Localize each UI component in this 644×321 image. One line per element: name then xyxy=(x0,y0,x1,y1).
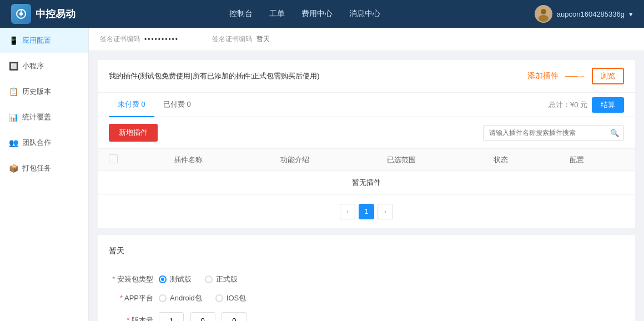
nav-billing[interactable]: 费用中心 xyxy=(301,9,333,19)
sidebar-label-history: 历史版本 xyxy=(22,87,51,97)
top-info-bar: 签名证书编码 •••••••••• 签名证书编码 暂天 xyxy=(89,28,644,51)
total-amount: 总计：¥0 元 xyxy=(549,100,587,110)
pagination: ‹ 1 › xyxy=(98,195,635,228)
col-intro: 功能介绍 xyxy=(269,149,376,171)
form-title: 暂天 xyxy=(109,246,624,263)
avatar xyxy=(535,5,552,23)
radio-ios-circle xyxy=(215,294,223,302)
radio-android-label: Android包 xyxy=(170,293,202,303)
svg-point-3 xyxy=(541,9,546,14)
search-input[interactable] xyxy=(484,126,606,140)
history-icon: 📋 xyxy=(9,87,18,96)
cert-code-2: 签名证书编码 暂天 xyxy=(212,34,270,44)
sidebar-item-mini-program[interactable]: 🔲 小程序 xyxy=(0,53,88,79)
table-toolbar: 新增插件 🔍 xyxy=(98,117,635,148)
logo-text: 中控易动 xyxy=(36,7,76,21)
platform-options: Android包 IOS包 xyxy=(159,293,246,303)
sidebar-label-mini-program: 小程序 xyxy=(22,61,44,71)
browse-button[interactable]: 浏览 xyxy=(592,68,624,84)
version-patch[interactable] xyxy=(222,312,246,321)
sidebar-item-pack[interactable]: 📦 打包任务 xyxy=(0,156,88,181)
tabs-right: 总计：¥0 元 结算 xyxy=(549,97,624,113)
radio-ios[interactable]: IOS包 xyxy=(215,293,246,303)
search-icon[interactable]: 🔍 xyxy=(606,126,623,141)
version-row: 版本号 . . xyxy=(109,312,624,321)
username: aupcon1604285336g xyxy=(557,10,625,18)
plugin-table: 插件名称 功能介绍 已选范围 状态 配置 暂无插件 xyxy=(98,148,635,195)
logo-icon xyxy=(11,4,31,24)
env-type-label: 安装包类型 xyxy=(109,274,159,284)
radio-test-label: 测试版 xyxy=(170,274,192,284)
add-plugin-button[interactable]: 新增插件 xyxy=(109,124,158,142)
col-name: 插件名称 xyxy=(163,149,269,171)
sidebar-label-statistics: 统计覆盖 xyxy=(22,112,51,122)
plugin-description: 我的插件(测试包免费使用|所有已添加的插件;正式包需购买后使用) xyxy=(109,71,320,81)
tab-unpaid[interactable]: 未付费 0 xyxy=(109,93,154,117)
content-area: 我的插件(测试包免费使用|所有已添加的插件;正式包需购买后使用) 添加插件 浏览… xyxy=(89,51,644,321)
cert-value-1: •••••••••• xyxy=(144,36,179,43)
app-config-icon: 📱 xyxy=(9,36,18,45)
radio-android-circle xyxy=(159,294,167,302)
cert-code-1: 签名证书编码 •••••••••• xyxy=(100,34,179,44)
cert-label-1: 签名证书编码 xyxy=(100,34,140,44)
radio-release-label: 正式版 xyxy=(216,274,238,284)
settle-button[interactable]: 结算 xyxy=(592,97,624,113)
sidebar: 📱 应用配置 🔲 小程序 📋 历史版本 📊 统计覆盖 👥 团队合作 📦 打包任务 xyxy=(0,28,89,321)
add-plugin-label: 添加插件 xyxy=(527,71,559,81)
tabs: 未付费 0 已付费 0 xyxy=(109,93,200,117)
svg-point-1 xyxy=(19,12,23,16)
svg-point-4 xyxy=(539,15,549,22)
cert-label-2: 签名证书编码 xyxy=(212,34,252,44)
platform-row: APP平台 Android包 IOS包 xyxy=(109,293,624,303)
layout: 📱 应用配置 🔲 小程序 📋 历史版本 📊 统计覆盖 👥 团队合作 📦 打包任务 xyxy=(0,28,644,321)
radio-test[interactable]: 测试版 xyxy=(159,274,192,284)
sidebar-label-app-config: 应用配置 xyxy=(22,36,51,46)
radio-release[interactable]: 正式版 xyxy=(205,274,238,284)
header: 中控易动 控制台 工单 费用中心 消息中心 aupcon1604285336g … xyxy=(0,0,644,28)
version-major[interactable] xyxy=(159,312,184,321)
version-minor[interactable] xyxy=(190,312,215,321)
nav-console[interactable]: 控制台 xyxy=(229,9,253,19)
col-config: 配置 xyxy=(559,149,635,171)
page-1[interactable]: 1 xyxy=(359,204,374,219)
empty-message: 暂无插件 xyxy=(98,171,635,195)
arrow-icon xyxy=(565,72,585,80)
platform-label: APP平台 xyxy=(109,293,159,303)
plugin-header-right: 添加插件 浏览 xyxy=(527,68,624,84)
env-type-options: 测试版 正式版 xyxy=(159,274,238,284)
sidebar-item-history[interactable]: 📋 历史版本 xyxy=(0,79,88,104)
user-menu[interactable]: aupcon1604285336g ▾ xyxy=(535,5,633,23)
cert-value-2: 暂天 xyxy=(256,34,270,44)
version-label: 版本号 xyxy=(109,315,159,321)
sidebar-item-app-config[interactable]: 📱 应用配置 xyxy=(0,28,88,53)
header-nav: 控制台 工单 费用中心 消息中心 xyxy=(229,9,380,19)
search-box: 🔍 xyxy=(483,125,624,141)
plugin-header: 我的插件(测试包免费使用|所有已添加的插件;正式包需购买后使用) 添加插件 浏览 xyxy=(98,60,635,93)
next-page[interactable]: › xyxy=(378,204,393,219)
version-dot-2: . xyxy=(218,317,220,322)
tabs-area: 未付费 0 已付费 0 总计：¥0 元 结算 xyxy=(98,93,635,117)
col-status: 状态 xyxy=(482,149,559,171)
form-section: 暂天 安装包类型 测试版 正式版 xyxy=(98,235,635,321)
pack-icon: 📦 xyxy=(9,164,18,173)
dropdown-icon: ▾ xyxy=(629,10,633,18)
radio-test-circle xyxy=(159,275,167,283)
header-checkbox[interactable] xyxy=(109,154,118,163)
tab-paid[interactable]: 已付费 0 xyxy=(154,93,200,117)
nav-message[interactable]: 消息中心 xyxy=(349,9,380,19)
statistics-icon: 📊 xyxy=(9,113,18,122)
sidebar-item-team[interactable]: 👥 团队合作 xyxy=(0,130,88,156)
radio-android[interactable]: Android包 xyxy=(159,293,202,303)
sidebar-label-pack: 打包任务 xyxy=(22,163,51,173)
mini-program-icon: 🔲 xyxy=(9,62,18,71)
sidebar-item-statistics[interactable]: 📊 统计覆盖 xyxy=(0,104,88,130)
nav-ticket[interactable]: 工单 xyxy=(269,9,285,19)
version-inputs: . . xyxy=(159,312,246,321)
logo: 中控易动 xyxy=(11,4,76,24)
col-scope: 已选范围 xyxy=(376,149,482,171)
prev-page[interactable]: ‹ xyxy=(340,204,355,219)
col-checkbox xyxy=(98,149,163,171)
main-content: 签名证书编码 •••••••••• 签名证书编码 暂天 我的插件(测试包免费使用… xyxy=(89,28,644,321)
radio-ios-label: IOS包 xyxy=(227,293,246,303)
sidebar-label-team: 团队合作 xyxy=(22,138,51,148)
